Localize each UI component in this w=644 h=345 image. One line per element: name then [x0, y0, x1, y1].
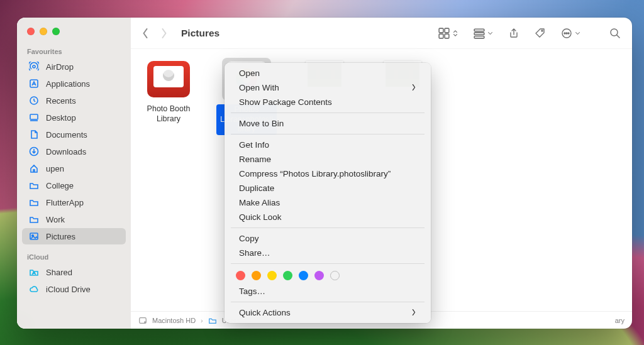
- minimize-window-button[interactable]: [40, 28, 47, 35]
- sidebar-item-label: iCloud Drive: [46, 285, 91, 294]
- tag-blue[interactable]: [299, 271, 308, 280]
- sidebar-item-documents[interactable]: Documents: [22, 126, 126, 143]
- tag-red[interactable]: [236, 271, 245, 280]
- window-controls: [17, 28, 131, 44]
- applications-icon: [28, 78, 40, 89]
- sidebar-item-icloud-drive[interactable]: iCloud Drive: [22, 281, 126, 297]
- chevron-right-icon: ›: [201, 317, 203, 324]
- sidebar-item-desktop[interactable]: Desktop: [22, 109, 126, 126]
- sidebar-item-label: Recents: [46, 96, 76, 106]
- zoom-window-button[interactable]: [52, 28, 60, 35]
- sidebar-item-recents[interactable]: Recents: [22, 92, 126, 109]
- context-menu: Open Open With Show Package Contents Mov…: [225, 63, 431, 323]
- sidebar-item-label: FlutterApp: [46, 198, 84, 207]
- tag-yellow[interactable]: [267, 271, 277, 280]
- chevron-right-icon: [411, 308, 416, 317]
- sidebar: Favourites AirDrop Applications Recents …: [17, 18, 131, 329]
- menu-compress[interactable]: Compress “Photos Library.photoslibrary”: [228, 167, 428, 181]
- action-menu-button[interactable]: [561, 28, 580, 39]
- search-button[interactable]: [609, 28, 621, 39]
- image-icon: [28, 231, 40, 242]
- view-switcher[interactable]: [438, 28, 458, 39]
- path-segment[interactable]: Macintosh HD: [152, 317, 196, 324]
- window-title: Pictures: [181, 28, 219, 39]
- menu-show-package-contents[interactable]: Show Package Contents: [228, 95, 428, 109]
- sidebar-item-label: Downloads: [46, 147, 86, 156]
- menu-quick-look[interactable]: Quick Look: [228, 210, 428, 224]
- group-by-button[interactable]: [474, 28, 493, 39]
- sidebar-item-label: Pictures: [46, 232, 75, 241]
- menu-get-info[interactable]: Get Info: [228, 138, 428, 152]
- tag-purple[interactable]: [314, 271, 324, 280]
- tag-green[interactable]: [283, 271, 292, 280]
- harddrive-icon: [138, 316, 147, 325]
- folder-icon: [28, 214, 40, 225]
- sidebar-section-icloud: iCloud: [17, 249, 131, 263]
- photo-booth-icon: [147, 61, 190, 97]
- menu-rename[interactable]: Rename: [228, 152, 428, 167]
- back-button[interactable]: [142, 28, 148, 38]
- tag-orange[interactable]: [252, 271, 261, 280]
- tag-none[interactable]: [330, 271, 340, 280]
- sidebar-item-label: Documents: [46, 130, 87, 140]
- sidebar-item-downloads[interactable]: Downloads: [22, 143, 126, 160]
- menu-move-to-bin[interactable]: Move to Bin: [228, 116, 428, 131]
- menu-duplicate[interactable]: Duplicate: [228, 181, 428, 195]
- menu-quick-actions[interactable]: Quick Actions: [228, 305, 428, 320]
- path-segment-truncated[interactable]: ary: [615, 317, 625, 324]
- tags-button[interactable]: [535, 28, 546, 39]
- document-icon: [28, 129, 40, 140]
- close-window-button[interactable]: [27, 28, 35, 35]
- sidebar-item-college[interactable]: College: [22, 177, 126, 194]
- sidebar-item-label: Work: [46, 215, 65, 224]
- sidebar-item-flutterapp[interactable]: FlutterApp: [22, 194, 126, 211]
- sidebar-item-pictures[interactable]: Pictures: [22, 228, 126, 244]
- cloud-icon: [28, 283, 40, 295]
- sidebar-item-label: Shared: [46, 268, 72, 277]
- sidebar-item-work[interactable]: Work: [22, 211, 126, 227]
- sidebar-item-label: Desktop: [46, 113, 76, 123]
- menu-share[interactable]: Share…: [228, 246, 428, 260]
- download-icon: [28, 146, 40, 157]
- menu-copy[interactable]: Copy: [228, 231, 428, 246]
- nav-buttons: [142, 28, 167, 38]
- home-icon: [28, 163, 40, 174]
- menu-open[interactable]: Open: [228, 66, 428, 80]
- toolbar: Pictures: [131, 18, 632, 49]
- sidebar-item-applications[interactable]: Applications: [22, 75, 126, 92]
- folder-icon: [28, 180, 40, 191]
- airdrop-icon: [28, 61, 40, 72]
- share-button[interactable]: [508, 28, 519, 39]
- sidebar-item-label: upen: [46, 164, 64, 173]
- folder-icon: [208, 316, 217, 325]
- menu-tag-colors: [225, 267, 431, 284]
- sidebar-item-home[interactable]: upen: [22, 160, 126, 177]
- sidebar-item-label: Applications: [46, 79, 90, 89]
- clock-icon: [28, 95, 40, 106]
- sidebar-item-label: AirDrop: [46, 62, 74, 72]
- sidebar-item-label: College: [46, 181, 74, 190]
- menu-make-alias[interactable]: Make Alias: [228, 195, 428, 210]
- shared-folder-icon: [28, 266, 40, 278]
- chevron-right-icon: [411, 83, 416, 92]
- file-label: Photo Booth Library: [138, 104, 199, 124]
- file-item-photo-booth[interactable]: Photo Booth Library: [138, 58, 199, 124]
- sidebar-item-airdrop[interactable]: AirDrop: [22, 58, 126, 75]
- desktop-icon: [28, 112, 40, 123]
- menu-tags[interactable]: Tags…: [228, 284, 428, 298]
- forward-button[interactable]: [161, 28, 167, 38]
- menu-open-with[interactable]: Open With: [228, 80, 428, 95]
- sidebar-section-favourites: Favourites: [17, 44, 131, 58]
- folder-icon: [28, 197, 40, 208]
- sidebar-item-shared[interactable]: Shared: [22, 264, 126, 280]
